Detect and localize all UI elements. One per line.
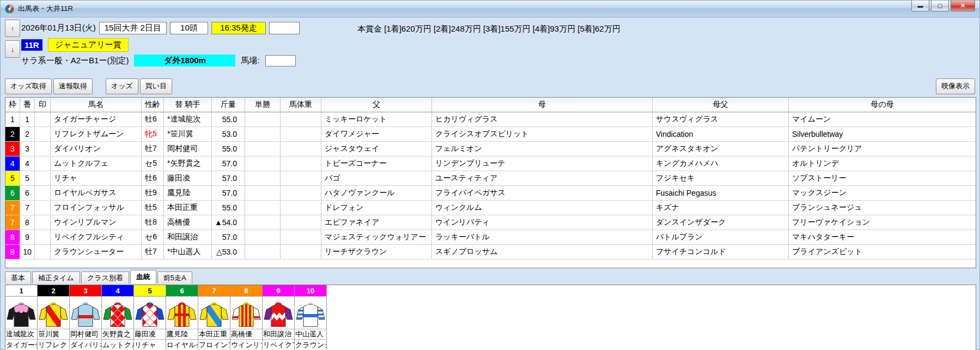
cell-dam-dam: ブランシュネージュ	[789, 201, 976, 215]
cell-dam-dam: マイムーン	[789, 112, 976, 126]
column-header-win-odds: 単勝	[245, 98, 281, 112]
odds-button[interactable]: オッズ	[106, 79, 138, 94]
cell-horse-weight	[281, 171, 321, 185]
silk-horse-number: 8	[230, 285, 262, 297]
silk-cell: 7 本田正重フロインフォッサル	[198, 285, 230, 350]
prize-money: 本賞金 [1着]620万円 [2着]248万円 [3着]155万円 [4着]93…	[357, 24, 620, 34]
cell-dam: ラッキーバトル	[432, 230, 653, 244]
entries-table-body: 11タイガーチャージ牡6*達城龍次55.0ミッキーロケットヒカリヴィグラスサウス…	[5, 112, 976, 260]
cell-dam-dam: パテントリークリア	[789, 142, 976, 156]
cell-horse-name: ロイヤルペガサス	[51, 186, 142, 200]
tab-前5走A[interactable]: 前5走A	[157, 271, 192, 283]
cell-weight: 55.0	[212, 142, 245, 156]
cell-waku: 6	[5, 186, 20, 200]
odds-fetch-button[interactable]: オッズ取得	[5, 79, 52, 94]
silk-horse-number: 1	[5, 285, 37, 297]
cell-mark[interactable]	[35, 201, 51, 215]
race-date: 2026年01月13日(火)	[21, 23, 96, 33]
track-condition-input[interactable]	[265, 55, 296, 67]
silk-horse-number: 7	[198, 285, 230, 297]
cell-horse-weight	[281, 156, 321, 171]
cell-num: 10	[20, 245, 35, 259]
cell-damsire: Vindication	[653, 127, 789, 141]
cell-sex-age: 牡6	[142, 112, 164, 126]
kaime-button[interactable]: 買い目	[140, 79, 172, 94]
entries-table: 枠番印馬名性齢替 騎手斤量単勝馬体重父母母父母の母 11タイガーチャージ牡6*達…	[5, 97, 976, 268]
cell-horse-weight	[281, 245, 321, 259]
race-name-badge: ジャニュアリー賞	[48, 38, 129, 52]
tab-補正タイム[interactable]: 補正タイム	[32, 271, 80, 283]
tab-血統[interactable]: 血統	[130, 270, 156, 283]
cell-mark[interactable]	[35, 156, 51, 171]
cell-sex-age: 牡5	[142, 201, 164, 215]
column-header-sire: 父	[321, 98, 432, 112]
cell-weight: △53.0	[212, 245, 245, 259]
jockey-silk-icon	[102, 297, 133, 329]
cell-weight: ▲54.0	[212, 215, 245, 230]
jockey-silk-icon	[5, 297, 37, 329]
header-blank-box[interactable]	[269, 22, 300, 34]
cell-sire: リーチザクラウン	[321, 245, 432, 259]
cell-horse-name: リフレクトザムーン	[51, 127, 142, 141]
window-title: 出馬表・大井11R	[18, 4, 73, 14]
app-icon	[5, 4, 14, 14]
cell-mark[interactable]	[35, 171, 51, 185]
table-row[interactable]: 810クラウンシューター牡7*中山遥人△53.0リーチザクラウンスギノブロッサム…	[5, 245, 976, 260]
table-row[interactable]: 22リフレクトザムーン牝5*笹川翼53.0ダイワメジャークライシスオブスピリット…	[5, 127, 976, 142]
tab-基本[interactable]: 基本	[5, 271, 31, 283]
silk-horse-name: リチャ	[134, 340, 166, 350]
cell-jockey: *達城龍次	[164, 112, 212, 126]
flash-fetch-button[interactable]: 速報取得	[53, 79, 93, 94]
silk-horse-name: ムットクルフェ	[102, 340, 133, 350]
cell-damsire: Fusaichi Pegasus	[653, 186, 789, 200]
column-header-dam-dam: 母の母	[789, 98, 976, 112]
silk-jockey-name: 矢野貴之	[102, 329, 133, 340]
cell-dam: リンデンブリューテ	[432, 156, 653, 171]
race-conditions: サラ系一般・A2ーB1ー(別定)	[21, 56, 129, 66]
cell-waku: 2	[5, 127, 20, 141]
cell-weight: 55.0	[212, 201, 245, 215]
cell-num: 7	[20, 201, 35, 215]
cell-win-odds	[245, 245, 281, 259]
table-row[interactable]: 78ウインリブルマン牡8高橋優▲54.0エピファネイアウインリバティダンスインザ…	[5, 215, 976, 230]
maximize-button[interactable]: ▢	[931, 1, 949, 11]
prev-race-button[interactable]: ↑	[5, 20, 20, 37]
minimize-button[interactable]: ▬	[911, 1, 929, 11]
table-row[interactable]: 44ムットクルフェセ5*矢野貴之57.0トビーズコーナーリンデンブリューテキング…	[5, 156, 976, 171]
table-row[interactable]: 89リベイクフルシティセ6和田譲治57.0マジェスティックウォリアーラッキーバト…	[5, 230, 976, 245]
cell-sire: ジャスタウェイ	[321, 142, 432, 156]
cell-sire: バゴ	[321, 171, 432, 185]
cell-win-odds	[245, 230, 281, 244]
table-row[interactable]: 77フロインフォッサル牡5本田正重55.0ドレフォンウィンクルムキズナブランシュ…	[5, 201, 976, 215]
next-race-button[interactable]: ↓	[5, 40, 20, 58]
cell-damsire: フサイチコンコルド	[653, 245, 789, 259]
close-button[interactable]: ✕	[951, 1, 975, 11]
column-header-horse-weight: 馬体重	[281, 98, 321, 112]
video-display-button[interactable]: 映像表示	[936, 79, 975, 94]
cell-mark[interactable]	[35, 142, 51, 156]
table-row[interactable]: 55リチャ牡6藤田凌57.0バゴユースティティアフジキセキソブストーリー	[5, 171, 976, 186]
silk-horse-number: 3	[70, 285, 101, 297]
silk-horse-number: 6	[166, 285, 198, 297]
table-row[interactable]: 66ロイヤルペガサス牡9鷹見陸57.0ハタノヴァンクールフライバイペガサスFus…	[5, 186, 976, 201]
cell-mark[interactable]	[35, 112, 51, 126]
cell-mark[interactable]	[35, 186, 51, 200]
cell-dam-dam: ブライアンズビット	[789, 245, 976, 259]
cell-waku: 8	[5, 230, 20, 244]
silk-cell: 4 矢野貴之ムットクルフェ	[102, 285, 134, 350]
cell-mark[interactable]	[35, 215, 51, 230]
tab-クラス別着[interactable]: クラス別着	[81, 271, 129, 283]
cell-mark[interactable]	[35, 127, 51, 141]
table-row[interactable]: 33ダイバリオン牡7岡村健司55.0ジャスタウェイフェルミオンアグネスタキオンパ…	[5, 142, 976, 156]
silk-jockey-name: 和田譲治	[263, 329, 294, 340]
table-row[interactable]: 11タイガーチャージ牡6*達城龍次55.0ミッキーロケットヒカリヴィグラスサウス…	[5, 112, 976, 127]
cell-num: 4	[20, 156, 35, 171]
down-arrow-icon: ↓	[11, 45, 15, 53]
cell-num: 6	[20, 186, 35, 200]
cell-mark[interactable]	[35, 245, 51, 259]
cell-win-odds	[245, 142, 281, 156]
window-controls: ▬ ▢ ✕	[910, 1, 975, 11]
cell-horse-name: タイガーチャージ	[51, 112, 142, 126]
cell-mark[interactable]	[35, 230, 51, 244]
race-number-badge: 11R	[21, 39, 42, 51]
